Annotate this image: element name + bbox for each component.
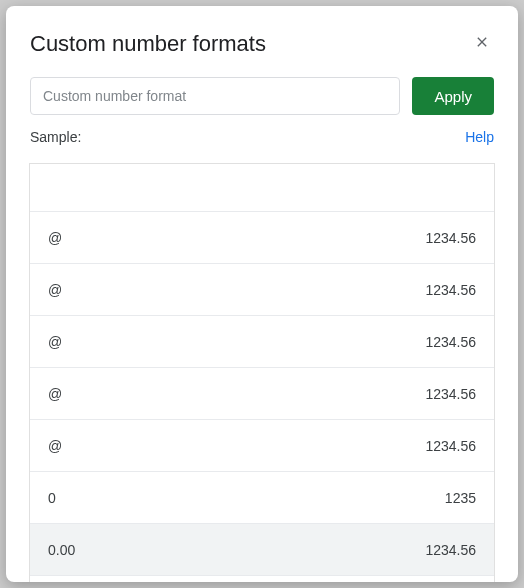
help-link[interactable]: Help (465, 129, 494, 145)
sample-label: Sample: (30, 129, 81, 145)
format-pattern: @ (48, 386, 62, 402)
dialog-header: Custom number formats (30, 30, 494, 57)
format-pattern: 0 (48, 490, 56, 506)
format-row[interactable]: 01235 (30, 472, 494, 524)
format-example: 1234.56 (425, 386, 476, 402)
format-row[interactable]: @1234.56 (30, 420, 494, 472)
format-row[interactable]: @1234.56 (30, 368, 494, 420)
format-pattern: 0.00 (48, 542, 75, 558)
format-example: 1235 (445, 490, 476, 506)
format-pattern: @ (48, 334, 62, 350)
format-example: 1234.56 (425, 282, 476, 298)
format-row[interactable]: @1234.56 (30, 316, 494, 368)
format-row[interactable]: @1234.56 (30, 212, 494, 264)
input-row: Apply (30, 77, 494, 115)
format-example: 1234.56 (425, 438, 476, 454)
close-icon (474, 34, 490, 53)
format-list[interactable]: @1234.56@1234.56@1234.56@1234.56@1234.56… (29, 163, 495, 582)
custom-number-formats-dialog: Custom number formats Apply Sample: Help… (6, 6, 518, 582)
format-pattern: @ (48, 230, 62, 246)
dialog-title: Custom number formats (30, 31, 266, 57)
format-row[interactable] (30, 164, 494, 212)
format-example: 1234.56 (425, 334, 476, 350)
apply-button[interactable]: Apply (412, 77, 494, 115)
close-button[interactable] (470, 30, 494, 57)
format-pattern: @ (48, 438, 62, 454)
format-row[interactable]: 0.001234.56 (30, 524, 494, 576)
format-row[interactable]: @1234.56 (30, 264, 494, 316)
format-input[interactable] (30, 77, 400, 115)
format-pattern: @ (48, 282, 62, 298)
format-example: 1234.56 (425, 542, 476, 558)
format-example: 1234.56 (425, 230, 476, 246)
meta-row: Sample: Help (30, 129, 494, 145)
